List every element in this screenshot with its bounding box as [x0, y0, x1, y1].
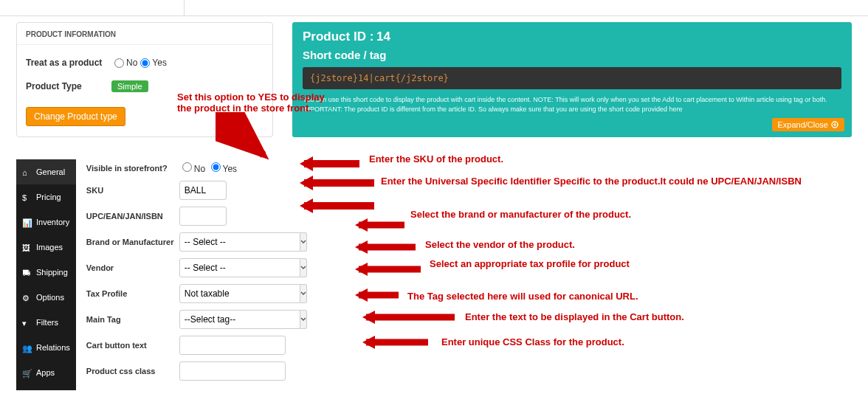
panel-heading: PRODUCT INFORMATION: [17, 23, 272, 45]
shortcode-label: Short code / tag: [303, 49, 841, 61]
nav-general[interactable]: ⌂General: [16, 159, 76, 184]
chevron-down-icon: [300, 265, 306, 271]
chart-icon: 📊: [22, 218, 30, 226]
no-label: No: [194, 164, 205, 174]
yes-label: Yes: [152, 58, 167, 68]
nav-apps[interactable]: 🛒Apps: [16, 360, 76, 385]
product-id-panel: Product ID : 14 Short code / tag {j2stor…: [292, 22, 852, 137]
apps-icon: 🛒: [22, 369, 30, 377]
nav-label: Relations: [36, 343, 70, 352]
image-icon: 🖼: [22, 243, 30, 252]
nav-options[interactable]: ⚙Options: [16, 285, 76, 310]
expand-close-button[interactable]: Expand/Close: [772, 118, 845, 131]
nav-label: Inventory: [36, 218, 69, 226]
main-tag-select[interactable]: [179, 310, 300, 329]
chevron-down-icon: [300, 291, 306, 297]
vendor-select[interactable]: [179, 258, 300, 277]
shortcode-note: You can use this short code to display t…: [303, 95, 841, 114]
nav-images[interactable]: 🖼Images: [16, 235, 76, 260]
main-tag-label: Main Tag: [86, 315, 179, 324]
sku-label: SKU: [86, 186, 179, 195]
no-label: No: [126, 58, 137, 68]
treat-yes-radio[interactable]: [140, 58, 150, 68]
vendor-caret[interactable]: [300, 258, 307, 277]
product-type-badge: Simple: [111, 80, 148, 92]
truck-icon: ⛟: [22, 269, 30, 277]
expand-icon: [831, 121, 838, 128]
nav-label: Images: [36, 243, 63, 252]
visible-no-radio[interactable]: [182, 162, 192, 172]
nav-filters[interactable]: ▾Filters: [16, 310, 76, 335]
dollar-icon: $: [22, 193, 30, 201]
css-class-input[interactable]: [179, 361, 286, 381]
expand-close-label: Expand/Close: [778, 120, 829, 129]
nav-label: Filters: [36, 318, 58, 327]
brand-select[interactable]: [179, 232, 300, 252]
product-info-panel: PRODUCT INFORMATION Treat as a product N…: [16, 22, 273, 137]
nav-label: General: [36, 167, 65, 176]
brand-caret[interactable]: [300, 232, 307, 252]
product-id-value: 14: [376, 30, 390, 44]
shortcode-box: {j2store}14|cart{/j2store}: [303, 67, 841, 89]
treat-no-radio[interactable]: [114, 58, 124, 68]
home-icon: ⌂: [22, 168, 30, 176]
yes-label: Yes: [223, 164, 238, 174]
side-nav: ⌂General $Pricing 📊Inventory 🖼Images ⛟Sh…: [16, 159, 76, 390]
product-type-label: Product Type: [26, 81, 111, 91]
tax-caret[interactable]: [300, 284, 307, 303]
nav-inventory[interactable]: 📊Inventory: [16, 210, 76, 235]
sliders-icon: ⚙: [22, 294, 30, 302]
chevron-down-icon: [300, 239, 306, 245]
treat-label: Treat as a product: [26, 58, 111, 68]
nav-relations[interactable]: 👥Relations: [16, 335, 76, 360]
nav-label: Apps: [36, 368, 55, 377]
link-icon: 👥: [22, 344, 30, 352]
general-form: Visible in storefront? No Yes SKU UPC/EA…: [86, 159, 852, 390]
visible-label: Visible in storefront?: [86, 164, 179, 173]
upc-label: UPC/EAN/JAN/ISBN: [86, 212, 179, 221]
nav-shipping[interactable]: ⛟Shipping: [16, 260, 76, 285]
main-tag-caret[interactable]: [300, 310, 307, 329]
change-product-type-button[interactable]: Change Product type: [26, 107, 125, 126]
chevron-down-icon: [300, 316, 306, 322]
nav-label: Options: [36, 293, 64, 302]
visible-yes-radio[interactable]: [211, 162, 221, 172]
upc-input[interactable]: [179, 207, 227, 226]
tax-select[interactable]: [179, 284, 300, 303]
sku-input[interactable]: [179, 181, 227, 200]
nav-label: Pricing: [36, 193, 61, 201]
vendor-label: Vendor: [86, 263, 179, 272]
brand-label: Brand or Manufacturer: [86, 238, 179, 246]
filter-icon: ▾: [22, 319, 30, 327]
product-id-label: Product ID :: [303, 30, 373, 44]
tax-label: Tax Profile: [86, 289, 179, 298]
cart-text-label: Cart button text: [86, 341, 179, 350]
cart-text-input[interactable]: [179, 336, 286, 355]
nav-label: Shipping: [36, 268, 68, 277]
nav-pricing[interactable]: $Pricing: [16, 184, 76, 210]
css-class-label: Product css class: [86, 367, 179, 375]
